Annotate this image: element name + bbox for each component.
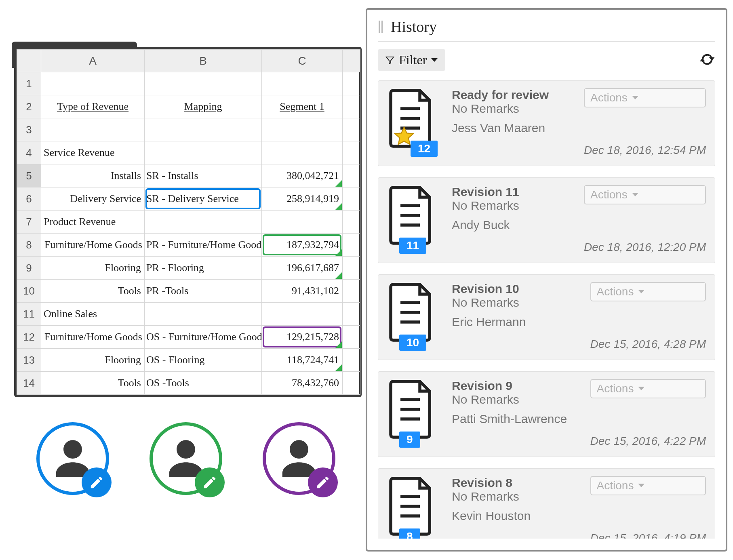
cell[interactable]: Service Revenue (41, 141, 145, 164)
cell[interactable]: Mapping (145, 95, 262, 118)
cell[interactable] (343, 118, 360, 141)
collaborator-avatar-green[interactable] (150, 422, 222, 495)
cell[interactable]: SR - Installs (145, 164, 262, 187)
cell[interactable] (343, 257, 360, 280)
corner-cell[interactable] (17, 50, 41, 72)
cell[interactable] (343, 72, 360, 95)
cell[interactable]: 78,432,760 (262, 372, 343, 395)
cell[interactable] (343, 164, 360, 187)
cell[interactable] (145, 141, 262, 164)
filter-button[interactable]: Filter (378, 49, 445, 71)
row-header[interactable]: 4 (17, 141, 41, 164)
cell[interactable] (145, 211, 262, 234)
cell[interactable]: Flooring (41, 257, 145, 280)
cell[interactable]: Furniture/Home Goods (41, 326, 145, 349)
refresh-icon (699, 51, 715, 67)
cell[interactable]: Tools (41, 280, 145, 303)
revision-card[interactable]: 10 Revision 10 No Remarks Eric Hermann A… (378, 274, 715, 360)
chevron-down-icon (632, 95, 639, 100)
revision-actions-button[interactable]: Actions (590, 282, 706, 301)
row-header[interactable]: 10 (17, 280, 41, 303)
cell[interactable]: Online Sales (41, 303, 145, 326)
cell[interactable]: Flooring (41, 349, 145, 372)
revision-actions-button[interactable]: Actions (590, 379, 706, 398)
revision-actions-button[interactable]: Actions (590, 476, 706, 495)
cell[interactable] (343, 234, 360, 257)
cell[interactable]: OS - Flooring (145, 349, 262, 372)
cell[interactable] (343, 187, 360, 211)
row-header[interactable]: 1 (17, 72, 41, 95)
revision-card[interactable]: 9 Revision 9 No Remarks Patti Smith-Lawr… (378, 371, 715, 457)
col-header-a[interactable]: A (41, 50, 145, 72)
revision-card[interactable]: 8 Revision 8 No Remarks Kevin Houston Ac… (378, 468, 715, 539)
collaborator-avatar-blue[interactable] (36, 422, 109, 495)
row-header[interactable]: 6 (17, 187, 41, 211)
cell[interactable] (343, 280, 360, 303)
row-header[interactable]: 3 (17, 118, 41, 141)
cell[interactable] (145, 72, 262, 95)
cell[interactable]: 129,215,728 (262, 326, 343, 349)
cell[interactable] (262, 141, 343, 164)
col-header-b[interactable]: B (145, 50, 262, 72)
drag-handle-icon[interactable] (378, 20, 384, 34)
row-header[interactable]: 9 (17, 257, 41, 280)
cell[interactable]: PR - Flooring (145, 257, 262, 280)
cell[interactable]: Installs (41, 164, 145, 187)
cell[interactable] (343, 349, 360, 372)
cell[interactable] (262, 72, 343, 95)
cell[interactable] (145, 303, 262, 326)
cell[interactable]: 258,914,919 (262, 187, 343, 211)
cell[interactable] (343, 326, 360, 349)
cell[interactable] (262, 303, 343, 326)
revision-card[interactable]: 11 Revision 11 No Remarks Andy Buck Acti… (378, 177, 715, 263)
cell[interactable]: Segment 1 (262, 95, 343, 118)
row-header[interactable]: 12 (17, 326, 41, 349)
cell[interactable] (343, 95, 360, 118)
row-header[interactable]: 2 (17, 95, 41, 118)
row-header[interactable]: 8 (17, 234, 41, 257)
cell[interactable]: OS - Furniture/Home Goods (145, 326, 262, 349)
row-header[interactable]: 14 (17, 372, 41, 395)
cell[interactable]: PR -Tools (145, 280, 262, 303)
row-header[interactable]: 7 (17, 211, 41, 234)
cell[interactable]: Product Revenue (41, 211, 145, 234)
collaborator-avatar-purple[interactable] (263, 422, 335, 495)
cell[interactable]: OS -Tools (145, 372, 262, 395)
cell[interactable]: 196,617,687 (262, 257, 343, 280)
spreadsheet[interactable]: A B C 12Type of RevenueMappingSegment 13… (17, 49, 360, 395)
refresh-button[interactable] (699, 51, 715, 69)
cell[interactable] (343, 303, 360, 326)
cell[interactable]: 118,724,741 (262, 349, 343, 372)
cell[interactable]: Tools (41, 372, 145, 395)
cell[interactable]: 380,042,721 (262, 164, 343, 187)
col-header-c[interactable]: C (262, 50, 343, 72)
cell[interactable] (343, 211, 360, 234)
cell[interactable]: 91,431,102 (262, 280, 343, 303)
cell[interactable] (41, 118, 145, 141)
cell[interactable]: Delivery Service (41, 187, 145, 211)
comment-marker-icon[interactable] (335, 203, 342, 210)
comment-marker-icon[interactable] (335, 341, 342, 348)
cell[interactable] (145, 118, 262, 141)
comment-marker-icon[interactable] (335, 249, 342, 256)
cell[interactable] (262, 118, 343, 141)
revision-actions-button[interactable]: Actions (584, 88, 706, 107)
comment-marker-icon[interactable] (335, 364, 342, 371)
cell[interactable] (41, 72, 145, 95)
cell[interactable] (262, 211, 343, 234)
row-header[interactable]: 13 (17, 349, 41, 372)
cell[interactable]: SR - Delivery Service (145, 187, 262, 211)
row-header[interactable]: 5 (17, 164, 41, 187)
cell[interactable] (343, 141, 360, 164)
col-header-d[interactable] (343, 50, 360, 72)
revision-card[interactable]: 12 Ready for review No Remarks Jess Van … (378, 80, 715, 166)
cell[interactable]: Furniture/Home Goods (41, 234, 145, 257)
cell[interactable]: PR - Furniture/Home Goods (145, 234, 262, 257)
revision-actions-button[interactable]: Actions (584, 185, 706, 204)
cell[interactable] (343, 372, 360, 395)
comment-marker-icon[interactable] (335, 272, 342, 279)
cell[interactable]: 187,932,794 (262, 234, 343, 257)
cell[interactable]: Type of Revenue (41, 95, 145, 118)
comment-marker-icon[interactable] (335, 180, 342, 187)
row-header[interactable]: 11 (17, 303, 41, 326)
